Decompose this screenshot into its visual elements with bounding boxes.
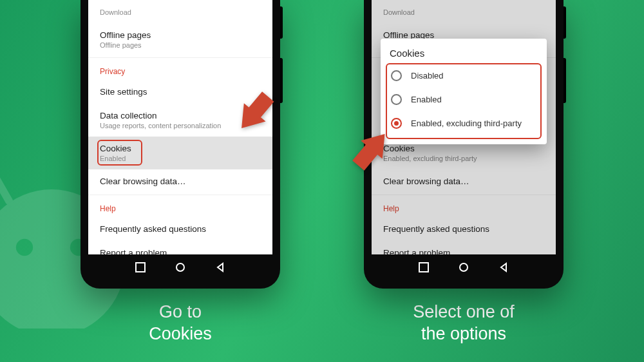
nav-back-icon[interactable] (498, 262, 509, 273)
svg-point-6 (176, 263, 184, 271)
caption-right: Select one of the options (413, 301, 515, 345)
arrow-icon (224, 82, 276, 134)
row-download[interactable]: Download (100, 0, 261, 23)
nav-home-icon[interactable] (458, 262, 469, 273)
header-help: Help (100, 195, 261, 217)
nav-home-icon[interactable] (175, 262, 186, 273)
nav-recents-icon[interactable] (418, 262, 430, 273)
svg-point-10 (460, 263, 468, 271)
svg-rect-9 (419, 263, 428, 272)
dialog-title: Cookies (390, 48, 538, 59)
phone-left: Download Offline pages Offline pages Pri… (80, 0, 280, 289)
android-navbar (88, 254, 272, 280)
caption-left: Go to Cookies (149, 301, 212, 345)
nav-recents-icon[interactable] (135, 262, 146, 273)
cookies-dialog: Cookies Disabled Enabled Enabled, exclud… (381, 39, 547, 144)
header-privacy: Privacy (100, 58, 261, 80)
row-report[interactable]: Report a problem (100, 241, 261, 254)
highlight-options (386, 63, 542, 139)
row-cookies[interactable]: Cookies Enabled (88, 137, 272, 169)
row-clear-browsing[interactable]: Clear browsing data… (100, 169, 261, 193)
radio-icon (391, 94, 402, 105)
row-faq[interactable]: Frequently asked questions (100, 217, 261, 241)
android-navbar (372, 254, 556, 280)
highlight-cookies (97, 140, 142, 166)
radio-icon (391, 70, 402, 81)
nav-back-icon[interactable] (214, 262, 226, 273)
arrow-icon (348, 126, 399, 177)
row-offline-pages[interactable]: Offline pages Offline pages (100, 23, 261, 56)
svg-rect-5 (136, 263, 145, 272)
